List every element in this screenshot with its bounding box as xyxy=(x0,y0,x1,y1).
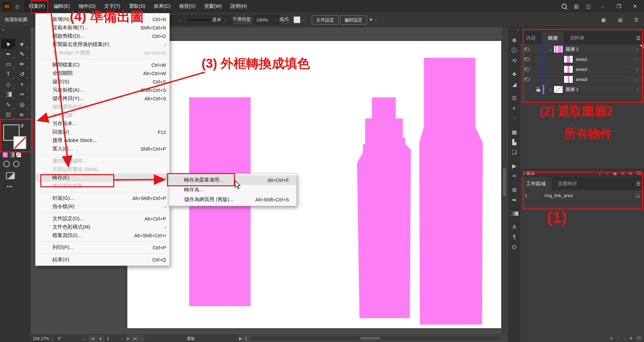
file-menu-item[interactable]: 儲存拷貝(Y)...Alt+Ctrl+S xyxy=(36,94,169,103)
file-menu-item[interactable]: 在 Bridge 中瀏覽...Alt+Ctrl+O xyxy=(36,49,169,57)
file-menu-item[interactable]: 全部關閉Alt+Ctrl+W xyxy=(36,69,169,78)
strip-drag-handle[interactable]: ······· xyxy=(508,157,520,161)
move-up-icon[interactable]: ↑ xyxy=(617,336,619,341)
artboard-tool[interactable]: ⊡ xyxy=(1,109,15,119)
vertical-scrollbar[interactable] xyxy=(502,27,507,334)
file-menu-item[interactable]: 開啟舊檔(O)...Ctrl+O xyxy=(36,32,169,40)
stroke-icon[interactable]: ☰ xyxy=(508,93,520,103)
panel-flow-icon[interactable]: ▤ xyxy=(618,12,622,27)
panel-menu-icon[interactable]: ☰ xyxy=(634,12,638,27)
lock-toggle[interactable] xyxy=(534,54,543,64)
file-menu-item[interactable]: 封裝(G)...Alt+Shift+Ctrl+P xyxy=(36,194,169,202)
shaper-tool[interactable]: ∿ xyxy=(1,99,15,109)
layer-thumbnail[interactable] xyxy=(564,55,573,63)
brush-definition-select[interactable]: 基本 ⌄ xyxy=(186,15,233,25)
visibility-toggle[interactable] xyxy=(520,44,534,54)
eyedropper-tool[interactable]: ✑ xyxy=(15,89,29,99)
panels-expand-icon[interactable]: » xyxy=(520,27,644,32)
file-menu-item[interactable]: 共用以供審核 (Beta)... xyxy=(36,165,169,174)
gradient-button[interactable] xyxy=(9,152,14,157)
layer-row-body[interactable]: ⌄圖層 2 xyxy=(544,44,630,54)
file-menu-item[interactable]: 邀請參與編輯... xyxy=(36,157,169,165)
layer-row[interactable]: ›圖層 1○ xyxy=(520,85,644,95)
file-menu-item[interactable]: 列印(P)...Ctrl+P xyxy=(36,243,169,252)
menubar-item-9[interactable]: 說明(H) xyxy=(226,0,251,12)
artboard-nav-first[interactable]: |◀ xyxy=(91,335,94,341)
file-menu-item[interactable]: 結束(X)Ctrl+Q xyxy=(36,255,169,264)
layer-name[interactable]: area2 xyxy=(576,67,588,72)
file-menu-item[interactable]: 文件設定(D)...Alt+Ctrl+P xyxy=(36,214,169,223)
layer-row[interactable]: area3○ xyxy=(520,75,644,85)
file-menu-item[interactable]: 指令檔(R)› xyxy=(36,202,169,211)
horizontal-scrollbar[interactable] xyxy=(250,336,501,340)
opentype-icon[interactable]: O xyxy=(508,242,520,252)
panel-grid-icon[interactable]: ▦ xyxy=(601,12,606,27)
layer-row-body[interactable]: ›圖層 1 xyxy=(544,85,630,94)
layer-name[interactable]: 圖層 1 xyxy=(566,87,578,93)
rectangle-tool[interactable]: ▭ xyxy=(1,59,15,69)
arrange-documents-icon[interactable]: ▥ xyxy=(574,3,579,9)
layers-panel-tab[interactable]: 圖層 xyxy=(542,32,564,44)
workspace-switcher-icon[interactable]: ◫ xyxy=(586,3,591,9)
artboards-icon[interactable]: ⊞ xyxy=(508,185,520,195)
layer-row[interactable]: area2○ xyxy=(520,64,644,75)
menubar-item-2[interactable]: 編輯(E) xyxy=(49,0,74,12)
layer-target-icon[interactable]: ○ xyxy=(630,54,644,64)
paintbrush-tool[interactable]: ✏ xyxy=(15,59,29,69)
export-submenu-item[interactable]: 轉存為螢幕適用...Alt+Ctrl+E xyxy=(169,175,296,185)
transparency-icon[interactable]: ◐ xyxy=(508,103,520,113)
strip-drag-handle[interactable]: ······· xyxy=(508,123,520,127)
file-menu-item[interactable]: 轉存(E)› xyxy=(36,174,169,182)
visibility-toggle[interactable] xyxy=(520,85,534,94)
search-icon[interactable] xyxy=(562,4,567,9)
strip-drag-handle[interactable]: ······· xyxy=(508,218,520,222)
shape-builder-tool[interactable]: ◎ xyxy=(15,99,29,109)
properties-icon[interactable]: ☸ xyxy=(508,35,520,45)
curvature-tool[interactable]: ✎ xyxy=(15,49,29,59)
artboard-nav-next[interactable]: ▶ xyxy=(127,335,130,341)
file-menu-item[interactable]: 轉存選取範圍... xyxy=(36,182,169,190)
live-paint-selection-tool[interactable]: ◗ xyxy=(15,79,29,89)
artboard-page-icon[interactable]: ❏ xyxy=(631,193,644,198)
artboard-number-select[interactable]: 1 ⌄ xyxy=(105,335,126,342)
rotate-tool[interactable]: ↺ xyxy=(15,69,29,79)
strip-drag-handle[interactable]: ······· xyxy=(508,32,520,35)
layer-thumbnail[interactable] xyxy=(554,45,563,53)
character-icon[interactable]: A xyxy=(508,222,520,232)
variable-width-select[interactable]: ⌄ xyxy=(170,15,184,25)
direct-selection-tool[interactable]: ➤ xyxy=(15,39,29,49)
links-icon[interactable]: ∞ xyxy=(508,171,520,181)
panel-menu-icon[interactable]: ☰ xyxy=(636,35,641,41)
appearance-icon[interactable]: ▦ xyxy=(508,127,520,137)
paragraph-icon[interactable]: ¶ xyxy=(508,232,520,242)
delete-layer-icon[interactable]: ⌧ xyxy=(636,170,641,176)
status-play-icon[interactable]: ▶ xyxy=(239,335,242,341)
horizontal-scrollbar-thumb[interactable] xyxy=(360,337,380,340)
toolbar-drag-handle[interactable]: ······· xyxy=(0,33,30,36)
new-artboard-icon[interactable]: ✚ xyxy=(629,336,633,341)
export-submenu-item[interactable]: 儲存為網頁用 (舊版)...Alt+Shift+Ctrl+S xyxy=(169,195,296,204)
layer-name[interactable]: area1 xyxy=(576,57,588,62)
menubar-item-7[interactable]: 檢視(V) xyxy=(175,0,200,12)
screen-mode-icon[interactable] xyxy=(6,172,15,179)
file-menu-item[interactable]: 新增(N)...Ctrl+N xyxy=(36,15,169,23)
file-menu-item[interactable]: 文件色彩模式(M)› xyxy=(36,223,169,231)
opacity-label[interactable]: 不透明度: xyxy=(232,12,252,27)
lock-toggle[interactable] xyxy=(534,44,543,54)
strip-collapse-icon[interactable]: « xyxy=(508,27,520,32)
style-select[interactable]: ⌄ xyxy=(294,12,305,27)
artboards-panel-tab[interactable]: 資產轉存 xyxy=(552,177,583,190)
swap-fill-stroke-icon[interactable]: ⇄ xyxy=(19,122,26,129)
panel-menu-icon[interactable]: ☰ xyxy=(636,181,641,187)
file-menu-item[interactable]: 打開最近使用過的檔案(F)› xyxy=(36,40,169,49)
chevron-right-icon[interactable]: › xyxy=(548,87,554,92)
rotation-select[interactable]: 0° ⌄ xyxy=(56,335,88,342)
strip-drag-handle[interactable]: ······· xyxy=(508,181,520,185)
move-down-icon[interactable]: ↓ xyxy=(623,336,625,341)
zoom-level-select[interactable]: 104.17% ⌄ xyxy=(31,335,56,342)
menubar-item-3[interactable]: 物件(O) xyxy=(74,0,100,12)
file-menu-item[interactable]: 檔案資訊(I)...Alt+Shift+Ctrl+I xyxy=(36,231,169,240)
layers-panel-tab[interactable]: 資料庫 xyxy=(564,32,591,44)
layer-thumbnail[interactable] xyxy=(564,76,573,83)
selection-properties-icon[interactable]: ◌ xyxy=(508,113,520,123)
